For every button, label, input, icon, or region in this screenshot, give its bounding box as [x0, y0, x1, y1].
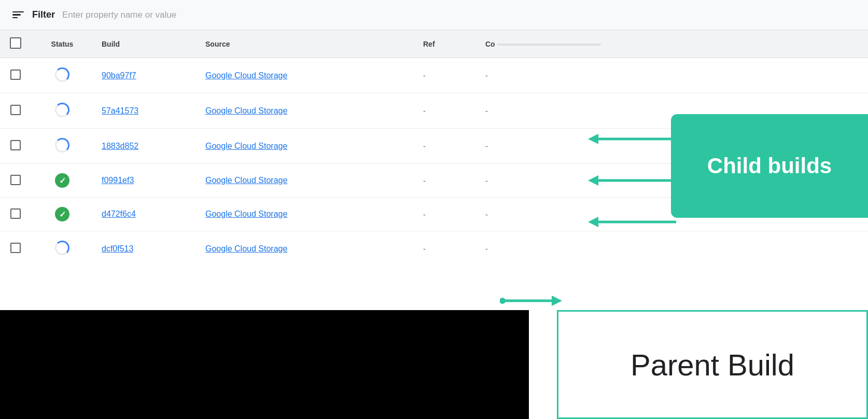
build-header: Build	[93, 30, 197, 58]
source-link[interactable]: Google Cloud Storage	[205, 244, 287, 253]
row-2-build: 57a41573	[93, 93, 197, 129]
source-link[interactable]: Google Cloud Storage	[205, 142, 287, 150]
loading-spinner-icon	[55, 138, 69, 152]
build-link[interactable]: dcf0f513	[102, 244, 133, 253]
row-3-status	[31, 129, 93, 164]
svg-marker-7	[552, 296, 562, 306]
co-value: -	[485, 210, 488, 219]
success-checkmark-icon: ✓	[55, 207, 69, 221]
source-header: Source	[197, 30, 415, 58]
row-4-checkbox[interactable]	[10, 175, 21, 185]
row-3-checkbox-cell	[0, 129, 31, 164]
select-all-checkbox[interactable]	[10, 37, 21, 49]
row-2-checkbox-cell	[0, 93, 31, 129]
ref-value: -	[423, 71, 426, 80]
filter-label: Filter	[32, 9, 55, 20]
row-1-checkbox-cell	[0, 58, 31, 93]
black-bar	[0, 310, 529, 419]
row-4-build: f0991ef3	[93, 164, 197, 198]
loading-spinner-icon	[55, 67, 69, 82]
build-link[interactable]: d472f6c4	[102, 210, 136, 218]
child-builds-callout: Child builds	[671, 114, 868, 218]
row-4-ref: -	[415, 164, 477, 198]
row-5-build: d472f6c4	[93, 198, 197, 231]
row-6-build: dcf0f513	[93, 231, 197, 267]
row-5-ref: -	[415, 198, 477, 231]
ref-value: -	[423, 210, 426, 219]
row-1-build: 90ba97f7	[93, 58, 197, 93]
build-link[interactable]: f0991ef3	[102, 176, 134, 185]
source-link[interactable]: Google Cloud Storage	[205, 210, 287, 218]
row-3-build: 1883d852	[93, 129, 197, 164]
row-3-ref: -	[415, 129, 477, 164]
success-checkmark-icon: ✓	[55, 173, 69, 188]
table-row: 90ba97f7Google Cloud Storage--	[0, 58, 868, 93]
row-2-checkbox[interactable]	[10, 105, 21, 115]
column-scrollbar[interactable]	[497, 44, 601, 46]
row-6-checkbox[interactable]	[10, 243, 21, 253]
co-value: -	[485, 244, 488, 253]
source-link[interactable]: Google Cloud Storage	[205, 106, 287, 115]
parent-build-label: Parent Build	[631, 347, 794, 382]
row-5-source: Google Cloud Storage	[197, 198, 415, 231]
row-3-source: Google Cloud Storage	[197, 129, 415, 164]
filter-input-placeholder[interactable]: Enter property name or value	[62, 10, 176, 20]
loading-spinner-icon	[55, 103, 69, 117]
row-1-co: -	[477, 58, 868, 93]
row-6-source: Google Cloud Storage	[197, 231, 415, 267]
ref-header: Ref	[415, 30, 477, 58]
row-2-source: Google Cloud Storage	[197, 93, 415, 129]
build-link[interactable]: 57a41573	[102, 106, 138, 115]
status-header: Status	[31, 30, 93, 58]
row-4-source: Google Cloud Storage	[197, 164, 415, 198]
filter-icon	[12, 11, 25, 19]
row-1-ref: -	[415, 58, 477, 93]
build-link[interactable]: 90ba97f7	[102, 71, 136, 80]
svg-point-8	[500, 298, 506, 304]
ref-value: -	[423, 244, 426, 253]
row-4-checkbox-cell	[0, 164, 31, 198]
ref-value: -	[423, 176, 426, 185]
row-6-checkbox-cell	[0, 231, 31, 267]
co-header: Co	[477, 30, 868, 58]
row-5-status: ✓	[31, 198, 93, 231]
row-1-source: Google Cloud Storage	[197, 58, 415, 93]
row-2-status	[31, 93, 93, 129]
co-value: -	[485, 176, 488, 185]
row-3-checkbox[interactable]	[10, 140, 21, 150]
loading-spinner-icon	[55, 241, 69, 255]
source-link[interactable]: Google Cloud Storage	[205, 71, 287, 80]
ref-value: -	[423, 106, 426, 115]
table-header-row: Status Build Source Ref Co	[0, 30, 868, 58]
row-6-co: -	[477, 231, 868, 267]
row-2-ref: -	[415, 93, 477, 129]
row-4-status: ✓	[31, 164, 93, 198]
co-value: -	[485, 71, 488, 80]
row-5-checkbox-cell	[0, 198, 31, 231]
row-5-checkbox[interactable]	[10, 208, 21, 219]
ref-value: -	[423, 142, 426, 150]
co-value: -	[485, 142, 488, 150]
table-row: dcf0f513Google Cloud Storage--	[0, 231, 868, 267]
select-all-header[interactable]	[0, 30, 31, 58]
row-6-ref: -	[415, 231, 477, 267]
row-6-status	[31, 231, 93, 267]
child-builds-label: Child builds	[707, 153, 832, 178]
row-1-status	[31, 58, 93, 93]
build-link[interactable]: 1883d852	[102, 142, 138, 150]
source-link[interactable]: Google Cloud Storage	[205, 176, 287, 185]
co-value: -	[485, 106, 488, 115]
row-1-checkbox[interactable]	[10, 69, 21, 80]
parent-build-callout: Parent Build	[557, 310, 868, 419]
filter-bar: Filter Enter property name or value	[0, 0, 868, 30]
